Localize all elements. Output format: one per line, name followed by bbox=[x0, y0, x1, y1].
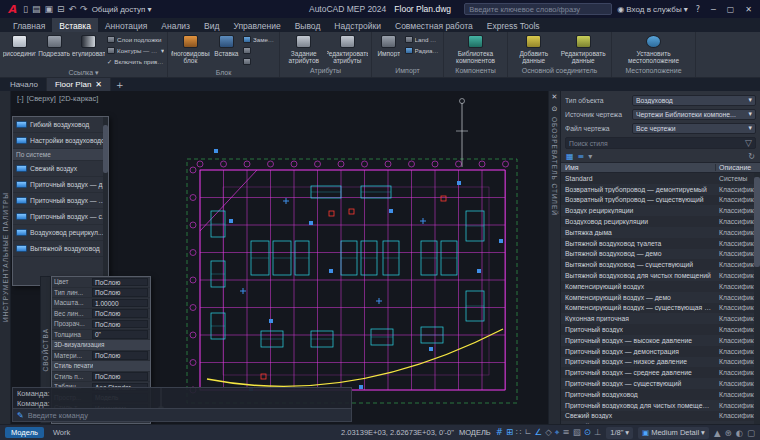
edit-attributes-button[interactable]: Редактировать атрибуты bbox=[327, 34, 369, 64]
infer-constraints-icon[interactable]: ∷ bbox=[516, 427, 521, 438]
viewport-control[interactable]: [Сверху] bbox=[27, 94, 56, 103]
annotation-scale-chip[interactable]: 1/8" ▾ bbox=[606, 427, 633, 439]
sign-in-button[interactable]: ◉ Вход в службы ▾ bbox=[617, 5, 687, 14]
Приточный воздух — среднее давление[interactable]: Приточный воздух — среднее давление Клас… bbox=[561, 367, 760, 378]
panel-title-anchor[interactable]: Основной соединитель bbox=[508, 66, 611, 77]
ortho-icon[interactable]: ∟ bbox=[524, 427, 531, 438]
Компенсирующий воздух[interactable]: Компенсирующий воздух Классификация bbox=[561, 281, 760, 292]
close-button[interactable]: ✕ bbox=[742, 5, 755, 14]
Воздуховод рециркуляции[interactable]: Воздуховод рециркуляции Классификация bbox=[561, 216, 760, 227]
clip-button[interactable]: Подрезать bbox=[38, 34, 69, 57]
ribbon-tab[interactable]: Вид bbox=[197, 18, 226, 32]
palette-scrollbar[interactable] bbox=[103, 117, 108, 285]
edit-data-button[interactable]: Редактировать данные bbox=[559, 34, 608, 64]
property-row[interactable]: Стиль п... ПоСлою bbox=[52, 372, 150, 383]
autohide-pin-icon[interactable]: ⊙ bbox=[552, 105, 558, 113]
Вытяжной воздуховод — демо[interactable]: Вытяжной воздуховод — демо Классификация bbox=[561, 249, 760, 260]
property-row[interactable]: 3D-визуализация bbox=[52, 340, 150, 351]
dropdown-select[interactable]: Воздуховод ▾ bbox=[632, 95, 756, 106]
style-search-input[interactable] bbox=[569, 140, 742, 147]
ribbon-tab[interactable]: Управление bbox=[226, 18, 287, 32]
maximize-button[interactable]: ▢ bbox=[724, 5, 738, 14]
lineweight-icon[interactable]: ≡ bbox=[563, 427, 570, 438]
Приточный воздух[interactable]: Приточный воздух Классификация bbox=[561, 324, 760, 335]
plot-icon[interactable]: ⊟ bbox=[57, 4, 65, 14]
palette-scrollbar-thumb[interactable] bbox=[103, 125, 108, 173]
ribbon-tab[interactable]: Совместная работа bbox=[388, 18, 480, 32]
isodraft-icon[interactable]: ◇ bbox=[545, 427, 552, 438]
undo-icon[interactable]: ↶ bbox=[69, 4, 77, 14]
Вытяжка дыма[interactable]: Вытяжка дыма Классификация bbox=[561, 227, 760, 238]
panel-title-block[interactable]: Блок bbox=[168, 68, 279, 77]
multiview-block-button[interactable]: Многовидовый блок bbox=[171, 34, 210, 64]
tab-start[interactable]: Начало bbox=[2, 78, 47, 91]
tab-floor-plan[interactable]: Floor Plan ✕ bbox=[47, 78, 111, 91]
palette-tool[interactable]: Гибкий воздуховод bbox=[13, 117, 108, 133]
ribbon-tab[interactable]: Анализ bbox=[154, 18, 197, 32]
property-row[interactable]: Матери... ПоСлою bbox=[52, 351, 150, 362]
transparency-icon[interactable]: ▧ bbox=[573, 427, 581, 438]
define-attributes-button[interactable]: Задание атрибутов bbox=[283, 34, 325, 64]
grid-view-icon[interactable]: ▦ bbox=[566, 152, 574, 161]
ribbon-tab[interactable]: Главная bbox=[6, 18, 52, 32]
palette-tool[interactable]: Воздуховод рециркул... bbox=[13, 225, 108, 241]
radiator-button[interactable]: Радиатор bbox=[405, 45, 440, 55]
attach-button[interactable]: Присоединить bbox=[3, 34, 36, 57]
block-editor-button[interactable] bbox=[243, 45, 276, 55]
landxml-button[interactable]: Land XML bbox=[405, 34, 440, 44]
content-browser-button[interactable]: Библиотека компонентов bbox=[448, 34, 504, 64]
palette-tool[interactable]: Настройки воздуховодов bbox=[13, 133, 108, 149]
property-row[interactable]: Вес лин... ПоСлою bbox=[52, 309, 150, 320]
redo-icon[interactable]: ↷ bbox=[80, 4, 88, 14]
Standard[interactable]: Standard Системы bbox=[561, 173, 760, 184]
palette-tool[interactable]: Приточный воздух — ... bbox=[13, 193, 108, 209]
autocad-logo-icon[interactable]: A bbox=[5, 3, 19, 16]
column-description[interactable]: Описание bbox=[716, 164, 760, 171]
command-customize-icon[interactable]: ✎ bbox=[17, 411, 24, 420]
Вытяжной воздуховод — существующий[interactable]: Вытяжной воздуховод — существующий Класс… bbox=[561, 259, 760, 270]
dropdown-select[interactable]: Чертежи Библиотеки компоне... ▾ bbox=[632, 109, 756, 120]
Воздух рециркуляции[interactable]: Воздух рециркуляции Классификация bbox=[561, 205, 760, 216]
polar-tracking-icon[interactable]: ∠ bbox=[535, 427, 543, 438]
filter-funnel-icon[interactable]: ▽ bbox=[745, 138, 752, 148]
command-line-panel[interactable]: Команда:Команда: ✎ bbox=[12, 387, 352, 422]
Вытяжной воздуховод туалета[interactable]: Вытяжной воздуховод туалета Классификаци… bbox=[561, 238, 760, 249]
tool-palettes-dock[interactable]: ИНСТРУМЕНТАЛЬНЫЕ ПАЛИТРЫ bbox=[0, 91, 11, 424]
new-tab-button[interactable]: + bbox=[111, 78, 129, 91]
minimize-button[interactable]: ─ bbox=[708, 5, 719, 14]
viewport-control[interactable]: [2D-каркас] bbox=[59, 94, 98, 103]
write-block-button[interactable] bbox=[243, 56, 276, 66]
frames-dropdown[interactable]: Контуры — различные ▾ bbox=[107, 45, 164, 55]
panel-title-import[interactable]: Импорт bbox=[372, 66, 443, 77]
share-button[interactable]: Общий доступ ▾ bbox=[92, 5, 152, 14]
property-row[interactable]: Масшта... 1.00000 bbox=[52, 298, 150, 309]
panel-title-content[interactable]: Компоненты bbox=[444, 66, 507, 77]
annotation-scale-icon[interactable]: ▲ bbox=[714, 428, 721, 438]
chevron-down-icon[interactable]: ▾ bbox=[588, 152, 592, 161]
command-input[interactable] bbox=[28, 411, 347, 420]
selection-cycling-icon[interactable]: ⊙ bbox=[584, 427, 591, 438]
insert-block-button[interactable]: Вставка bbox=[212, 34, 241, 57]
list-view-icon[interactable]: ≡ bbox=[578, 152, 585, 161]
panel-title-attributes[interactable]: Атрибуты bbox=[280, 66, 371, 77]
grid-icon[interactable]: # bbox=[496, 427, 503, 438]
drawing-canvas[interactable]: [-][Сверху][2D-каркас] Гибкий воздуховод… bbox=[11, 91, 548, 424]
new-file-icon[interactable]: ▯ bbox=[23, 4, 28, 14]
snap-to-underlays-toggle[interactable]: ✓ Включить привязку к подложкам bbox=[107, 56, 164, 66]
Компенсирующий воздух — демо[interactable]: Компенсирующий воздух — демо Классификац… bbox=[561, 292, 760, 303]
Приточный воздух — демонстрация[interactable]: Приточный воздух — демонстрация Классифи… bbox=[561, 346, 760, 357]
palette-tool[interactable]: По системе bbox=[13, 149, 108, 161]
style-table-scrollbar[interactable] bbox=[754, 173, 760, 424]
Приточный воздух — высокое давление[interactable]: Приточный воздух — высокое давление Клас… bbox=[561, 335, 760, 346]
close-tab-icon[interactable]: ✕ bbox=[95, 80, 102, 89]
ribbon-tab[interactable]: Надстройки bbox=[327, 18, 388, 32]
column-name[interactable]: Имя bbox=[561, 164, 716, 171]
Приточный воздух — низкое давление[interactable]: Приточный воздух — низкое давление Класс… bbox=[561, 357, 760, 368]
tool-palette-window[interactable]: Гибкий воздуховод Настройки воздуховодов… bbox=[12, 116, 109, 286]
property-row[interactable]: Цвет ПоСлою bbox=[52, 277, 150, 288]
dynamic-ucs-icon[interactable]: ⊥ bbox=[594, 427, 601, 438]
adjust-button[interactable]: Регулировать bbox=[72, 34, 105, 57]
detail-level-chip[interactable]: ▣ Medium Detail ▾ bbox=[638, 427, 709, 439]
property-row[interactable]: Прозрач... ПоСлою bbox=[52, 319, 150, 330]
underlay-layers-button[interactable]: Слои подложки bbox=[107, 34, 164, 44]
